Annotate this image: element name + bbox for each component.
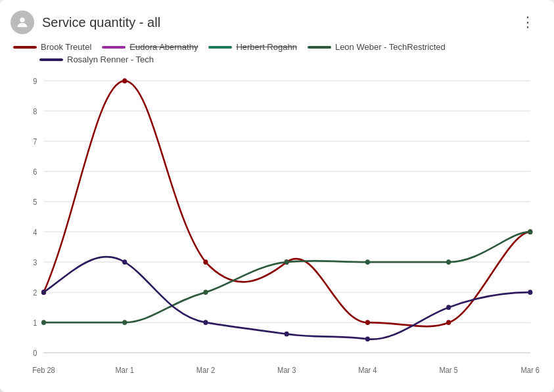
svg-point-36	[41, 320, 46, 325]
svg-text:6: 6	[33, 167, 37, 175]
legend-line-leon	[308, 46, 331, 49]
card-header: Service quantity - all ⋮	[0, 0, 554, 39]
svg-point-38	[203, 290, 208, 295]
svg-text:9: 9	[33, 77, 37, 85]
svg-text:3: 3	[33, 258, 37, 266]
svg-text:Mar 3: Mar 3	[277, 366, 296, 374]
svg-point-39	[285, 259, 289, 265]
svg-text:2: 2	[33, 288, 37, 296]
chart-legend: Brook Treutel Eudora Abernathy Herbert R…	[0, 39, 554, 67]
svg-text:1: 1	[33, 318, 37, 326]
svg-point-31	[203, 259, 208, 265]
card-title: Service quantity - all	[42, 15, 160, 30]
legend-label-herbert: Herbert Rogahn	[236, 42, 297, 52]
legend-item-herbert: Herbert Rogahn	[208, 42, 297, 52]
svg-text:Mar 5: Mar 5	[439, 366, 457, 374]
avatar-icon	[11, 11, 34, 34]
svg-point-0	[20, 18, 24, 22]
svg-text:Mar 6: Mar 6	[521, 366, 540, 374]
svg-text:Mar 2: Mar 2	[196, 366, 215, 374]
svg-text:Mar 1: Mar 1	[116, 366, 134, 374]
svg-point-44	[122, 259, 127, 265]
legend-line-rosalyn	[39, 58, 63, 61]
legend-label-leon: Leon Weber - TechRestricted	[335, 42, 446, 52]
service-quantity-card: Service quantity - all ⋮ Brook Treutel E…	[0, 0, 554, 392]
legend-line-herbert	[208, 46, 232, 49]
svg-text:Feb 28: Feb 28	[32, 366, 55, 374]
svg-point-42	[528, 229, 532, 234]
svg-point-37	[122, 320, 127, 325]
legend-label-eudora: Eudora Abernathy	[129, 42, 198, 52]
svg-point-30	[122, 78, 127, 83]
legend-item-brook: Brook Treutel	[13, 42, 91, 52]
svg-point-49	[528, 290, 532, 295]
legend-line-brook	[13, 46, 37, 49]
legend-item-eudora: Eudora Abernathy	[102, 42, 198, 52]
svg-text:0: 0	[33, 349, 37, 357]
svg-point-46	[285, 332, 289, 337]
svg-point-48	[446, 305, 451, 310]
svg-point-47	[365, 337, 370, 342]
svg-point-34	[446, 320, 451, 325]
legend-label-brook: Brook Treutel	[41, 42, 91, 52]
svg-text:4: 4	[33, 228, 37, 236]
svg-point-43	[41, 290, 46, 295]
legend-item-rosalyn: Rosalyn Renner - Tech	[39, 54, 154, 64]
chart-area: 0 1 2 3 4 5 6 7 8 9 Feb 28 Mar 1 Mar 2 M…	[0, 67, 554, 392]
legend-item-leon: Leon Weber - TechRestricted	[308, 42, 446, 52]
svg-point-33	[365, 320, 370, 325]
legend-line-eudora	[102, 46, 126, 49]
svg-text:5: 5	[33, 198, 37, 206]
more-options-button[interactable]: ⋮	[515, 11, 541, 33]
svg-point-41	[446, 259, 451, 265]
svg-text:7: 7	[33, 137, 37, 145]
svg-point-45	[203, 320, 208, 325]
svg-point-40	[365, 259, 370, 265]
header-left: Service quantity - all	[11, 11, 160, 34]
svg-text:8: 8	[33, 107, 37, 115]
legend-label-rosalyn: Rosalyn Renner - Tech	[67, 54, 154, 64]
svg-text:Mar 4: Mar 4	[358, 366, 377, 374]
line-chart: 0 1 2 3 4 5 6 7 8 9 Feb 28 Mar 1 Mar 2 M…	[11, 72, 543, 381]
